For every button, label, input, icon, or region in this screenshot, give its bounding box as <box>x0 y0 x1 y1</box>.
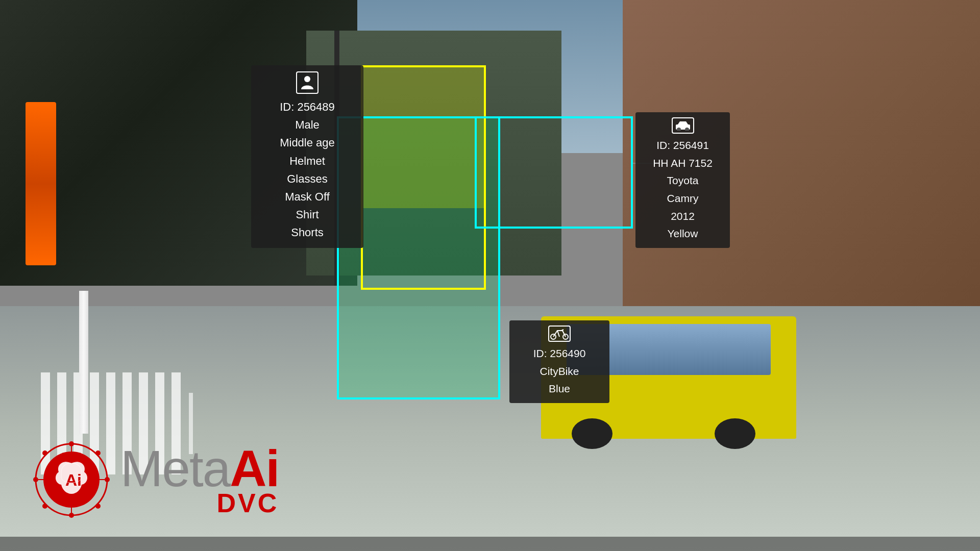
logo-meta-text: Meta <box>120 440 230 497</box>
svg-point-12 <box>105 477 110 482</box>
logo-icon: Ai <box>31 439 112 520</box>
bike-type: CityBike <box>517 363 602 381</box>
car-model: Camry <box>643 190 723 208</box>
bottom-bar <box>0 537 980 551</box>
bike-icon <box>548 325 571 342</box>
car-info-panel: ID: 256491 HH AH 7152 Toyota Camry 2012 … <box>635 112 730 248</box>
person-helmet: Helmet <box>259 152 355 170</box>
person-gender: Male <box>259 116 355 134</box>
svg-point-11 <box>33 477 38 482</box>
bike-color: Blue <box>517 380 602 398</box>
scene: ID: 256489 Male Middle age Helmet Glasse… <box>0 0 980 551</box>
svg-point-10 <box>69 513 74 518</box>
svg-point-9 <box>69 441 74 446</box>
taxi-wheel-right <box>715 418 755 449</box>
person-glasses: Glasses <box>259 170 355 188</box>
svg-point-2 <box>304 76 310 82</box>
car-make: Toyota <box>643 172 723 190</box>
person-mask: Mask Off <box>259 188 355 206</box>
bike-info-panel: ID: 256490 CityBike Blue <box>509 320 609 403</box>
logo-dvc-text: DVC <box>120 490 279 516</box>
svg-point-15 <box>42 504 47 509</box>
person-icon <box>296 71 318 94</box>
person-age: Middle age <box>259 134 355 152</box>
car-color: Yellow <box>643 225 723 243</box>
car-id: ID: 256491 <box>643 137 723 155</box>
svg-point-16 <box>95 504 101 509</box>
svg-text:Ai: Ai <box>65 471 82 489</box>
construction-barrier <box>26 102 56 265</box>
person-shirt: Shirt <box>259 206 355 223</box>
svg-point-14 <box>95 450 101 456</box>
car-year: 2012 <box>643 208 723 226</box>
car-icon <box>672 117 694 134</box>
person-shorts: Shorts <box>259 223 355 241</box>
logo-area: Ai MetaAi DVC <box>31 439 279 520</box>
bollard <box>79 291 88 434</box>
logo-text-group: MetaAi DVC <box>120 443 279 516</box>
svg-point-13 <box>42 450 47 456</box>
car-bbox <box>475 116 633 229</box>
bike-id: ID: 256490 <box>517 345 602 363</box>
person-info-panel: ID: 256489 Male Middle age Helmet Glasse… <box>251 65 363 248</box>
taxi-wheel-left <box>572 418 612 449</box>
car-plate: HH AH 7152 <box>643 155 723 172</box>
person-id: ID: 256489 <box>259 98 355 116</box>
logo-brand-name: MetaAi <box>120 443 279 494</box>
